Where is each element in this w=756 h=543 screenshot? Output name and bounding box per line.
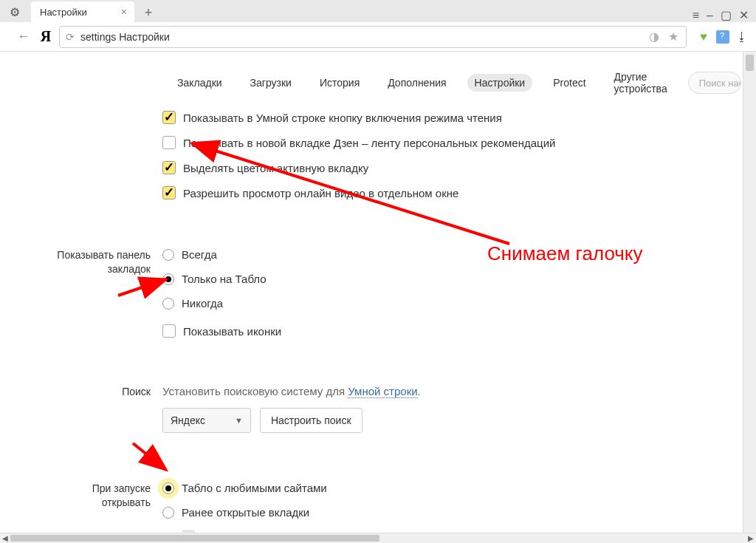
nav-protect[interactable]: Protect	[546, 74, 593, 92]
radio-row-prev-tabs: Ранее открытые вкладки	[162, 506, 756, 519]
content-area: Закладки Загрузки История Дополнения Нас…	[0, 52, 756, 533]
minimize-icon[interactable]: –	[707, 9, 713, 22]
chevron-down-icon: ▼	[235, 416, 243, 425]
radio-row-tablo-only: Только на Табло	[162, 273, 756, 285]
browser-tab[interactable]: Настройки ×	[31, 1, 134, 22]
radio-row-never: Никогда	[162, 297, 756, 310]
checkbox-label: Показывать в новой вкладке Дзен – ленту …	[183, 137, 555, 149]
nav-bookmarks[interactable]: Закладки	[170, 74, 230, 92]
checkbox-label: Показывать в Умной строке кнопку включен…	[183, 112, 502, 124]
nav-addons[interactable]: Дополнения	[380, 74, 453, 92]
checkbox-label: Выделять цветом активную вкладку	[183, 162, 368, 174]
section-bookmarks-panel: Показывать панель закладок Всегда Только…	[0, 248, 756, 364]
checkbox-label: Разрешить просмотр онлайн видео в отдель…	[183, 187, 458, 199]
window-titlebar: ⚙ Настройки × + ≡ – ▢ ✕	[0, 0, 756, 22]
yandex-logo[interactable]: Я	[38, 28, 53, 45]
scrollbar-thumb[interactable]	[746, 55, 754, 71]
checkbox-row-active-tab-color: Выделять цветом активную вкладку	[162, 161, 756, 174]
address-bar: ← Я ⟳ settings Настройки ◑ ★ ♥ ⭳	[0, 22, 756, 52]
horizontal-scrollbar[interactable]: ◀ ▶	[0, 533, 756, 543]
scroll-left-arrow[interactable]: ◀	[0, 533, 10, 543]
gear-icon[interactable]: ⚙	[4, 1, 25, 22]
omnibox[interactable]: ⟳ settings Настройки ◑ ★	[59, 26, 687, 48]
section-label-search: Поиск	[0, 385, 162, 448]
tab-title: Настройки	[40, 7, 87, 18]
radio-label: Ранее открытые вкладки	[182, 506, 309, 519]
bookmark-star-icon[interactable]: ★	[667, 30, 680, 44]
scrollbar-thumb-h[interactable]	[10, 535, 379, 542]
back-button[interactable]: ←	[15, 29, 32, 44]
annotation-text: Снимаем галочку	[487, 242, 643, 265]
checkbox-reading-mode[interactable]	[162, 111, 176, 124]
radio-startup-tablo[interactable]	[162, 482, 174, 494]
close-window-icon[interactable]: ✕	[739, 8, 749, 22]
section-label-startup: При запуске открывать	[0, 482, 162, 533]
checkbox-row-dzen: Показывать в новой вкладке Дзен – ленту …	[162, 136, 756, 149]
shield-check-icon[interactable]: ♥	[697, 30, 710, 44]
section-label-bookmarks-panel: Показывать панель закладок	[0, 248, 162, 364]
downloads-icon[interactable]: ⭳	[735, 30, 749, 44]
radio-row-always: Всегда	[162, 248, 756, 261]
window-controls: ≡ – ▢ ✕	[693, 8, 756, 22]
checkbox-label: Показывать иконки	[183, 325, 281, 338]
radio-tablo-only[interactable]	[162, 273, 174, 285]
search-engine-value: Яндекс	[171, 414, 205, 426]
smart-line-link[interactable]: Умной строки	[348, 385, 417, 398]
checkbox-dzen[interactable]	[162, 136, 176, 149]
checkbox-row-reading-mode: Показывать в Умной строке кнопку включен…	[162, 111, 756, 124]
section-label-empty	[0, 111, 162, 226]
checkbox-row-video-window: Разрешить просмотр онлайн видео в отдель…	[162, 186, 756, 199]
toolbar-right: ♥ ⭳	[693, 30, 749, 44]
menu-icon[interactable]: ≡	[693, 9, 699, 22]
new-tab-button[interactable]: +	[139, 3, 158, 22]
section-startup: При запуске открывать Табло с любимыми с…	[0, 482, 756, 533]
search-engine-select[interactable]: Яндекс ▼	[162, 408, 251, 433]
nav-downloads[interactable]: Загрузки	[243, 74, 299, 92]
checkbox-video-window[interactable]	[162, 186, 176, 199]
radio-always[interactable]	[162, 249, 174, 261]
radio-label: Никогда	[182, 297, 223, 310]
radio-label: Всегда	[182, 248, 217, 261]
checkbox-show-icons[interactable]	[162, 324, 176, 338]
checkbox-row-show-icons: Показывать иконки	[162, 324, 756, 338]
radio-row-tablo: Табло с любимыми сайтами	[162, 482, 756, 494]
search-settings-input[interactable]: Поиск настроек	[688, 72, 741, 94]
checkbox-active-tab-color[interactable]	[162, 161, 176, 174]
section-smartline: Показывать в Умной строке кнопку включен…	[0, 111, 756, 226]
search-desc: Установить поисковую систему для Умной с…	[162, 385, 756, 397]
reload-icon[interactable]: ⟳	[66, 31, 75, 43]
radio-never[interactable]	[162, 298, 174, 310]
search-settings-placeholder: Поиск настроек	[699, 78, 741, 89]
radio-label: Только на Табло	[182, 273, 267, 285]
scroll-right-arrow[interactable]: ▶	[746, 533, 756, 543]
nav-settings[interactable]: Настройки	[467, 74, 533, 92]
configure-search-button[interactable]: Настроить поиск	[260, 408, 362, 433]
extension-icon[interactable]	[716, 30, 729, 44]
omnibox-text: settings Настройки	[80, 31, 170, 43]
maximize-icon[interactable]: ▢	[721, 8, 732, 22]
section-search: Поиск Установить поисковую систему для У…	[0, 385, 756, 448]
nav-devices[interactable]: Другие устройства	[607, 68, 675, 98]
protect-shield-icon[interactable]: ◑	[647, 30, 661, 44]
nav-history[interactable]: История	[312, 74, 367, 92]
radio-startup-prev-tabs[interactable]	[162, 507, 174, 519]
tab-close-icon[interactable]: ×	[118, 6, 130, 18]
vertical-scrollbar[interactable]	[743, 52, 756, 533]
radio-label: Табло с любимыми сайтами	[182, 482, 327, 494]
settings-nav: Закладки Загрузки История Дополнения Нас…	[170, 52, 756, 108]
